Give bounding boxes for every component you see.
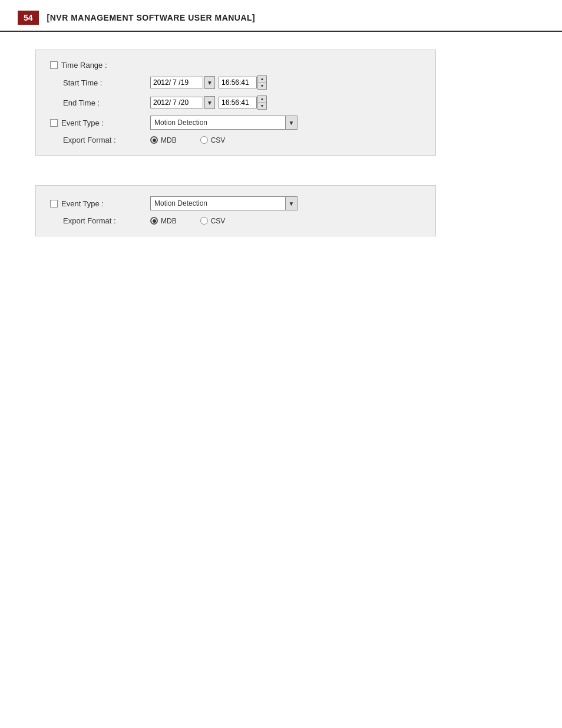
event-type-label-2: Event Type : xyxy=(61,199,104,208)
end-time-spinner-up[interactable]: ▲ xyxy=(258,96,266,103)
mdb-label-1: MDB xyxy=(161,136,177,144)
export-format-row-1: Export Format : MDB CSV xyxy=(50,136,421,144)
start-time-group: ▲ ▼ xyxy=(219,75,267,90)
mdb-radio-item-1: MDB xyxy=(150,136,177,144)
event-type-checkbox[interactable] xyxy=(50,119,58,127)
start-date-input[interactable] xyxy=(150,77,203,88)
filter-panel-simple: Event Type : Motion Detection ▼ Export F… xyxy=(35,185,436,236)
filter-panel-full: Time Range : Start Time : ▼ ▲ ▼ End Time… xyxy=(35,50,436,156)
event-type-select-1[interactable]: Motion Detection ▼ xyxy=(150,116,297,130)
mdb-radio-2[interactable] xyxy=(150,217,158,225)
end-date-group: ▼ ▲ ▼ xyxy=(150,95,267,110)
event-type-label-1: Event Type : xyxy=(61,118,104,127)
time-range-row: Time Range : xyxy=(50,61,421,70)
end-time-spinner[interactable]: ▲ ▼ xyxy=(257,95,267,110)
csv-radio-1[interactable] xyxy=(200,136,208,144)
csv-radio-2[interactable] xyxy=(200,217,208,225)
csv-label-2: CSV xyxy=(211,217,226,225)
time-range-checkbox[interactable] xyxy=(50,61,58,69)
start-time-row: Start Time : ▼ ▲ ▼ xyxy=(50,75,421,90)
csv-radio-item-1: CSV xyxy=(200,136,226,144)
event-type-select-2[interactable]: Motion Detection ▼ xyxy=(150,196,297,210)
event-type-checkbox-label: Event Type : xyxy=(50,118,150,127)
end-time-label: End Time : xyxy=(50,98,150,107)
export-format-label-2: Export Format : xyxy=(50,216,150,225)
event-type-checkbox-label-2: Event Type : xyxy=(50,199,150,208)
content-area: Time Range : Start Time : ▼ ▲ ▼ End Time… xyxy=(0,32,562,284)
end-time-input[interactable] xyxy=(219,97,257,108)
start-time-label: Start Time : xyxy=(50,78,150,87)
start-time-spinner-down[interactable]: ▼ xyxy=(258,83,266,89)
mdb-label-2: MDB xyxy=(161,217,177,225)
start-time-spinner[interactable]: ▲ ▼ xyxy=(257,75,267,90)
start-date-group: ▼ ▲ ▼ xyxy=(150,75,267,90)
start-time-input[interactable] xyxy=(219,77,257,88)
event-type-row-1: Event Type : Motion Detection ▼ xyxy=(50,116,421,130)
start-time-spinner-up[interactable]: ▲ xyxy=(258,76,266,83)
export-format-label-1: Export Format : xyxy=(50,136,150,144)
csv-radio-item-2: CSV xyxy=(200,217,226,225)
csv-label-1: CSV xyxy=(211,136,226,144)
end-time-group: ▲ ▼ xyxy=(219,95,267,110)
event-type-select-text-2: Motion Detection xyxy=(151,198,285,209)
page-number: 54 xyxy=(18,11,39,25)
event-type-row-2: Event Type : Motion Detection ▼ xyxy=(50,196,421,210)
export-format-radio-group-2: MDB CSV xyxy=(150,217,225,225)
event-type-select-text-1: Motion Detection xyxy=(151,117,285,128)
page-title: [NVR MANAGEMENT SOFTWARE USER MANUAL] xyxy=(47,13,256,22)
time-range-checkbox-label: Time Range : xyxy=(50,61,150,70)
end-time-row: End Time : ▼ ▲ ▼ xyxy=(50,95,421,110)
end-date-input[interactable] xyxy=(150,97,203,108)
end-date-dropdown-arrow[interactable]: ▼ xyxy=(204,96,215,109)
mdb-radio-item-2: MDB xyxy=(150,217,177,225)
export-format-radio-group-1: MDB CSV xyxy=(150,136,225,144)
end-time-spinner-down[interactable]: ▼ xyxy=(258,103,266,109)
event-type-checkbox-2[interactable] xyxy=(50,200,58,207)
page-header: 54 [NVR MANAGEMENT SOFTWARE USER MANUAL] xyxy=(0,0,562,32)
event-type-select-arrow-1[interactable]: ▼ xyxy=(285,116,297,129)
start-date-dropdown-arrow[interactable]: ▼ xyxy=(204,76,215,89)
event-type-select-arrow-2[interactable]: ▼ xyxy=(285,197,297,210)
export-format-row-2: Export Format : MDB CSV xyxy=(50,216,421,225)
mdb-radio-1[interactable] xyxy=(150,136,158,144)
time-range-label: Time Range : xyxy=(61,61,107,70)
